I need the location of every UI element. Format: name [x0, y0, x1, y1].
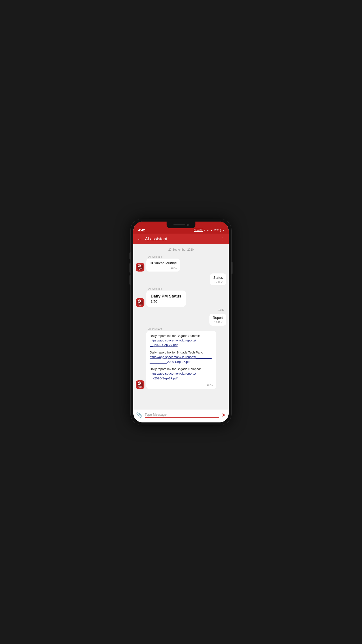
- links-time: 16:41: [150, 384, 213, 386]
- status-icons: VoWiFi2 ▾ ▲ ▲ 92% ◯: [194, 228, 224, 232]
- battery-text: 92%: [214, 229, 219, 232]
- link-url-3[interactable]: https://app.spacemonk.io/reports/_______…: [150, 372, 212, 380]
- message-row-3: ⏻ Space Monk Daily PM Status 1/20: [136, 290, 226, 307]
- header-left: ← AI assistant: [137, 236, 167, 242]
- message-text-2: Status: [213, 276, 223, 280]
- volume-up-button: [129, 252, 130, 260]
- pm-card-sub: 1/20: [151, 300, 182, 304]
- message-group-1: AI assistant ⏻ Space Monk Hi Suresh Murt…: [136, 255, 226, 272]
- input-area: 📎 ➤: [133, 409, 229, 422]
- card-time-3: 16:41: [136, 307, 226, 312]
- message-text-1: Hi Suresh Murthy!: [150, 261, 177, 266]
- check-icon-4: ✓: [221, 321, 223, 324]
- links-bubble: Daily report link for Brigade Summit: ht…: [146, 331, 216, 389]
- attach-button[interactable]: 📎: [136, 412, 142, 418]
- pm-status-card: Daily PM Status 1/20: [146, 290, 186, 307]
- signal-icon-1: ▲: [207, 229, 209, 232]
- link-url-1[interactable]: https://app.spacemonk.io/reports/_______…: [150, 338, 212, 347]
- pm-card-title: Daily PM Status: [151, 294, 182, 299]
- status-time: 4:42: [138, 228, 145, 232]
- vowifi-icon: VoWiFi2: [194, 229, 203, 232]
- back-button[interactable]: ←: [137, 236, 142, 242]
- bubble-4: Report 16:41 ✓: [209, 314, 226, 326]
- sender-label-3: AI assistant: [148, 287, 226, 290]
- message-input[interactable]: [145, 412, 219, 416]
- power-button: [232, 262, 233, 274]
- link-url-2[interactable]: https://app.spacemonk.io/reports/_______…: [150, 355, 212, 364]
- silent-button: [129, 275, 130, 285]
- avatar-5: ⏻ Space Monk: [136, 380, 144, 389]
- camera-dot: [187, 224, 189, 226]
- date-divider: 27 September 2020: [136, 248, 226, 251]
- link-label-1: Daily report link for Brigade Summit:: [150, 334, 213, 338]
- header-title: AI assistant: [145, 236, 167, 242]
- avatar-inner-3: ⏻ Space Monk: [137, 300, 143, 305]
- battery-icon: ◯: [220, 228, 224, 232]
- chat-area: 27 September 2020 AI assistant ⏻ Space M…: [133, 244, 229, 409]
- message-group-5: AI assistant ⏻ Space Monk Dail: [136, 328, 226, 389]
- link-label-2: Daily report link for Brigade Tech Park:: [150, 350, 213, 355]
- message-group-4: Report 16:41 ✓: [136, 314, 226, 326]
- volume-down-button: [129, 263, 130, 273]
- send-button[interactable]: ➤: [222, 412, 226, 418]
- input-wrapper: [145, 412, 219, 418]
- power-icon-1: ⏻: [137, 264, 143, 268]
- message-time-1: 16:41: [150, 266, 177, 269]
- phone-screen: 4:42 VoWiFi2 ▾ ▲ ▲ 92% ◯ ← AI assistant …: [133, 222, 229, 422]
- message-row-5: ⏻ Space Monk Daily report link for Briga…: [136, 331, 226, 389]
- message-group-2: Status 16:41 ✓: [136, 274, 226, 286]
- camera-notch: [166, 222, 196, 228]
- phone-frame: 4:42 VoWiFi2 ▾ ▲ ▲ 92% ◯ ← AI assistant …: [130, 219, 232, 425]
- message-time-2: 16:41 ✓: [213, 281, 223, 283]
- message-row-1: ⏻ Space Monk Hi Suresh Murthy! 16:41: [136, 258, 226, 272]
- message-text-4: Report: [213, 316, 223, 320]
- bubble-2: Status 16:41 ✓: [210, 274, 226, 286]
- link-section-2: Daily report link for Brigade Tech Park:…: [150, 350, 213, 364]
- signal-icon-2: ▲: [210, 229, 213, 232]
- link-section-1: Daily report link for Brigade Summit: ht…: [150, 334, 213, 348]
- avatar-1: ⏻ Space Monk: [136, 263, 144, 272]
- check-icon-2: ✓: [221, 281, 223, 283]
- power-icon-5: ⏻: [137, 381, 143, 385]
- link-section-3: Daily report link for Brigade Nalapad: h…: [150, 367, 213, 381]
- bubble-1: Hi Suresh Murthy! 16:41: [146, 258, 180, 272]
- avatar-inner-5: ⏻ Space Monk: [137, 382, 143, 387]
- sender-label-5: AI assistant: [148, 328, 226, 330]
- menu-button[interactable]: ⋮: [220, 236, 225, 242]
- sender-label-1: AI assistant: [148, 255, 226, 258]
- message-group-3: AI assistant ⏻ Space Monk Daily PM Statu…: [136, 287, 226, 312]
- link-label-3: Daily report link for Brigade Nalapad:: [150, 367, 213, 371]
- app-header: ← AI assistant ⋮: [133, 234, 229, 244]
- message-time-4: 16:41 ✓: [213, 321, 223, 324]
- avatar-inner-1: ⏻ Space Monk: [137, 264, 143, 270]
- power-icon-3: ⏻: [137, 299, 143, 303]
- speaker: [173, 224, 185, 226]
- wifi-icon: ▾: [204, 229, 206, 232]
- avatar-3: ⏻ Space Monk: [136, 298, 144, 307]
